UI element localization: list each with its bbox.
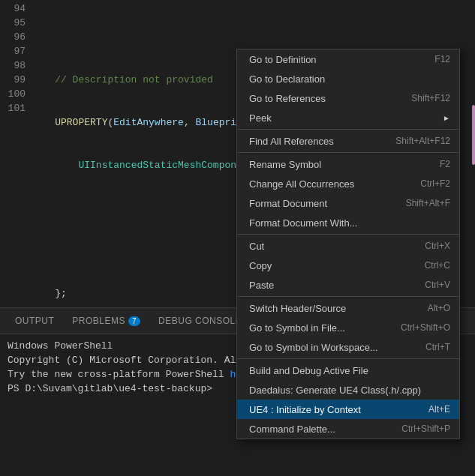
menu-item-peek[interactable]: Peek ► [237, 108, 459, 127]
separator-3 [237, 234, 459, 235]
tab-debug-console-label: DEBUG CONSOLE [158, 316, 242, 326]
tab-output-label: OUTPUT [15, 316, 54, 326]
tab-output[interactable]: OUTPUT [6, 308, 63, 334]
menu-item-go-to-symbol-file[interactable]: Go to Symbol in File... Ctrl+Shift+O [237, 318, 459, 337]
separator-2 [237, 152, 459, 153]
menu-item-find-all-references[interactable]: Find All References Shift+Alt+F12 [237, 131, 459, 151]
tab-problems-label: PROBLEMS [72, 316, 125, 326]
line-numbers: 94 95 96 97 98 99 100 101 [0, 0, 32, 115]
menu-item-rename-symbol[interactable]: Rename Symbol F2 [237, 154, 459, 174]
menu-item-command-palette[interactable]: Command Palette... Ctrl+Shift+P [237, 419, 459, 439]
menu-item-ue4-initialize[interactable]: UE4 : Initialize by Context Alt+E [237, 400, 459, 419]
menu-item-cut[interactable]: Cut Ctrl+X [237, 236, 459, 256]
menu-item-format-document-with[interactable]: Format Document With... [237, 213, 459, 232]
separator-5 [237, 358, 459, 359]
tab-problems[interactable]: PROBLEMS 7 [63, 308, 149, 334]
menu-item-go-to-symbol-workspace[interactable]: Go to Symbol in Workspace... Ctrl+T [237, 337, 459, 357]
separator-1 [237, 129, 459, 130]
menu-item-go-to-declaration[interactable]: Go to Declaration [237, 69, 459, 88]
menu-item-go-to-references[interactable]: Go to References Shift+F12 [237, 88, 459, 108]
menu-item-format-document[interactable]: Format Document Shift+Alt+F [237, 193, 459, 213]
scrollbar[interactable] [472, 105, 475, 165]
menu-item-build-debug[interactable]: Build and Debug Active File [237, 361, 459, 380]
separator-4 [237, 296, 459, 297]
menu-item-paste[interactable]: Paste Ctrl+V [237, 275, 459, 295]
problems-badge: 7 [128, 316, 140, 326]
menu-item-switch-header[interactable]: Switch Header/Source Alt+O [237, 298, 459, 318]
menu-item-copy[interactable]: Copy Ctrl+C [237, 256, 459, 275]
submenu-arrow-icon: ► [443, 114, 450, 122]
menu-item-daedalus[interactable]: Daedalus: Generate UE4 Class(.h/.cpp) [237, 380, 459, 400]
menu-item-change-all-occurrences[interactable]: Change All Occurrences Ctrl+F2 [237, 174, 459, 193]
menu-item-go-to-definition[interactable]: Go to Definition F12 [237, 49, 459, 69]
context-menu: Go to Definition F12 Go to Declaration G… [236, 49, 460, 439]
